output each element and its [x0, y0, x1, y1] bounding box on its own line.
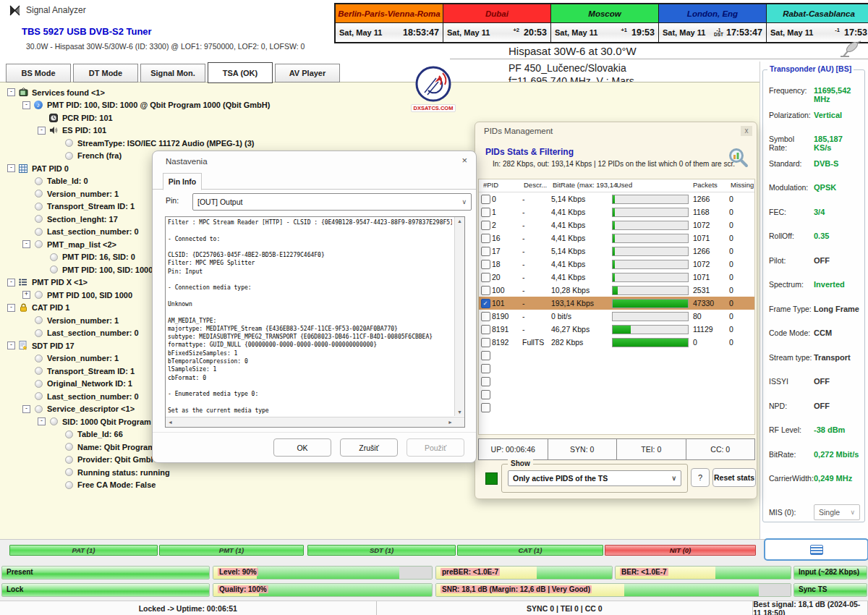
pid-checkbox[interactable]: ✓ — [481, 299, 490, 308]
tab-bs-mode[interactable]: BS Mode — [6, 64, 71, 82]
scroll-right-icon[interactable]: ► — [448, 420, 453, 425]
pid-checkbox[interactable] — [481, 403, 490, 412]
signal-level: Level: 90% — [213, 566, 433, 580]
pid-checkbox[interactable] — [481, 351, 490, 360]
scroll-up-icon[interactable]: ▲ — [455, 219, 464, 224]
pin-info-textarea[interactable]: Filter : MPC Stream Reader [HTTP] - CLSI… — [165, 216, 465, 428]
tree-item[interactable]: -Services found <1> — [1, 86, 470, 99]
bullet-icon — [48, 417, 59, 426]
zru-i-button[interactable]: Zrušiť — [340, 438, 398, 457]
collapse-box-icon[interactable]: - — [22, 240, 30, 248]
pid-row[interactable]: 0-5,14 Kbps12660 — [479, 192, 754, 205]
horizontal-scrollbar[interactable]: ◄► — [166, 417, 464, 427]
pid-checkbox[interactable] — [481, 312, 490, 321]
pid-row[interactable]: 100-10,28 Kbps25310 — [479, 284, 754, 297]
missing-cell: 0 — [729, 299, 754, 308]
transponder-label: Frame Type: — [769, 305, 814, 313]
used-bar-fill — [613, 300, 688, 308]
expand-box-icon[interactable]: + — [22, 291, 30, 299]
ok-button[interactable]: OK — [273, 438, 331, 457]
pid-row[interactable]: 1-4,41 Kbps11680 — [479, 205, 754, 219]
pou-i-button[interactable]: Použiť — [407, 438, 464, 457]
pid-checkbox[interactable] — [481, 338, 490, 347]
packets-cell: 1168 — [693, 208, 729, 216]
transponder-row-fec: FEC:3/4 — [769, 208, 860, 216]
transponder-sidebar: Transponder (AU) [BS] MIS (0): Single ∨ … — [761, 62, 867, 533]
pid-row[interactable]: 2-4,41 Kbps10720 — [479, 219, 754, 232]
tab-dt-mode[interactable]: DT Mode — [73, 64, 138, 82]
tree-item[interactable]: -♪PMT PID: 100, SID: 1000 @ Qbit Program… — [1, 99, 470, 112]
collapse-box-icon[interactable]: - — [22, 101, 30, 109]
pid-checkbox[interactable] — [481, 247, 490, 256]
collapse-box-icon[interactable]: - — [22, 405, 30, 413]
pid-checkbox[interactable] — [481, 273, 490, 282]
pid-row[interactable]: ✓101-193,14 Kbps473300 — [479, 297, 754, 310]
collapse-box-icon[interactable]: - — [38, 417, 46, 425]
pid-row[interactable]: 20-4,41 Kbps10710 — [479, 271, 754, 284]
transponder-row-stream-type: Stream type:Transport — [769, 353, 860, 362]
pid-checkbox[interactable] — [481, 234, 490, 243]
pid-cell: 1 — [492, 208, 522, 216]
table-bar-pmt-1: PMT (1) — [159, 545, 304, 556]
transponder-title: Transponder (AU) [BS] — [767, 64, 854, 73]
pid-row[interactable]: 8191-46,27 Kbps111290 — [479, 323, 754, 336]
pid-checkbox[interactable] — [481, 260, 490, 269]
tab-av-player[interactable]: AV Player — [275, 64, 340, 82]
tree-item[interactable]: Running status: running — [1, 466, 470, 479]
collapse-box-icon[interactable]: - — [38, 127, 46, 135]
close-icon[interactable]: x — [741, 126, 752, 136]
used-bar-cell — [612, 273, 693, 282]
pid-row[interactable]: 17-5,14 Kbps12660 — [479, 245, 754, 258]
pin-dropdown[interactable]: [OUT] Output ∨ — [192, 193, 472, 211]
pid-checkbox[interactable] — [481, 390, 490, 399]
bullet-icon — [64, 430, 74, 439]
mis-dropdown[interactable]: Single ∨ — [814, 504, 860, 520]
pid-row[interactable]: 8190-0 bit/s800 — [479, 310, 754, 323]
pid-checkbox[interactable] — [481, 325, 490, 334]
tree-item[interactable]: -ES PID: 101 — [1, 124, 470, 137]
collapse-box-icon[interactable]: - — [7, 342, 15, 349]
clock-city-label: Rabat-Casablanca — [767, 4, 868, 23]
help-button[interactable]: ? — [691, 468, 710, 487]
close-icon[interactable]: × — [461, 155, 467, 166]
tree-item[interactable]: StreamType: ISO/IEC 11172 Audio (MPEG-1)… — [1, 137, 470, 150]
tab-pin-info[interactable]: Pin Info — [163, 173, 202, 190]
transponder-row-spectrum: Spectrum:Inverted — [769, 280, 860, 289]
pid-checkbox[interactable] — [481, 195, 490, 204]
collapse-box-icon[interactable]: - — [7, 88, 15, 96]
pid-row[interactable]: 16-4,41 Kbps10710 — [479, 232, 754, 245]
tree-item[interactable]: Free CA Mode: False — [1, 479, 470, 492]
used-bar-cell — [612, 325, 693, 334]
signal-label: Lock — [7, 585, 23, 593]
tab-signal-mon[interactable]: Signal Mon. — [140, 64, 205, 82]
pid-row[interactable]: 8192FullTS282 Kbps00 — [479, 336, 754, 349]
collapse-box-icon[interactable]: - — [7, 279, 15, 287]
scroll-down-icon[interactable]: ▼ — [455, 410, 464, 415]
tab-tsa-ok[interactable]: TSA (OK) — [208, 62, 273, 83]
collapse-box-icon[interactable]: - — [7, 304, 15, 312]
pid-checkbox[interactable] — [481, 208, 490, 217]
bullet-icon — [33, 379, 43, 389]
reset-stats-button[interactable]: Reset stats — [712, 468, 756, 487]
bitrate-cell: 4,41 Kbps — [551, 234, 612, 242]
pid-checkbox[interactable] — [481, 221, 490, 230]
pid-checkbox[interactable] — [481, 286, 490, 295]
tree-item[interactable]: PCR PID: 101 — [1, 111, 470, 124]
transponder-value: QPSK — [814, 183, 836, 192]
pid-checkbox[interactable] — [481, 377, 490, 386]
signal-snr: SNR: 18,1 dB (Margin: 12,6 dB | Very Goo… — [435, 583, 791, 597]
pid-cell: 16 — [492, 234, 522, 242]
pid-row[interactable]: 18-4,41 Kbps10720 — [479, 258, 754, 271]
panel-toggle-button[interactable] — [764, 538, 868, 561]
vertical-scrollbar[interactable]: ▲▼ — [454, 217, 464, 416]
used-bar-track — [612, 273, 689, 282]
pid-cell: 0 — [492, 195, 522, 203]
show-filter-dropdown[interactable]: Only active PIDS of the TS ∨ — [508, 470, 681, 486]
missing-cell: 0 — [729, 325, 754, 334]
collapse-box-icon[interactable]: - — [7, 164, 15, 172]
column-header-bitrate-max-193-14-kb: BitRate (max: 193,14 Kb... — [553, 181, 619, 189]
missing-cell: 0 — [729, 208, 754, 216]
pid-checkbox[interactable] — [481, 364, 490, 373]
scroll-left-icon[interactable]: ◄ — [168, 420, 173, 425]
show-label: Show — [508, 459, 533, 467]
